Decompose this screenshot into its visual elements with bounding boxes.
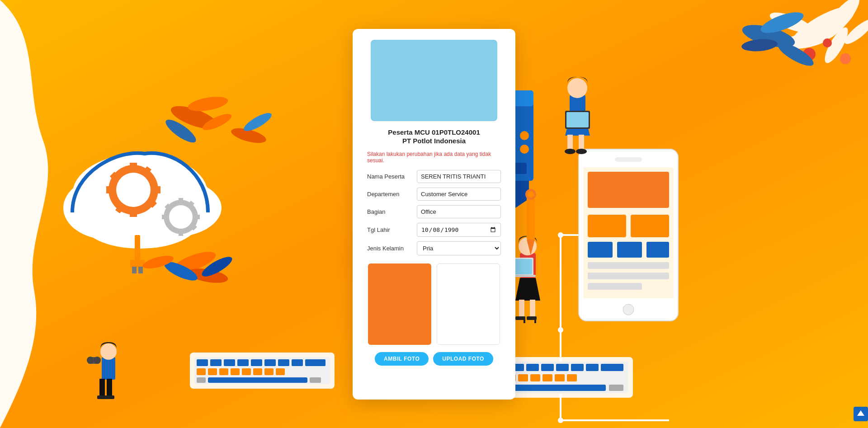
- ambil-foto-button[interactable]: AMBIL FOTO: [375, 352, 429, 366]
- bagian-label: Bagian: [367, 208, 417, 215]
- nama-peserta-input[interactable]: [417, 170, 501, 183]
- upload-foto-button[interactable]: UPLOAD FOTO: [433, 352, 493, 366]
- departemen-row: Departemen: [367, 188, 501, 201]
- photo-box-left: [368, 263, 431, 345]
- bagian-input[interactable]: [417, 205, 501, 218]
- tgl-lahir-row: Tgl Lahir: [367, 223, 501, 237]
- tgl-lahir-input[interactable]: [417, 223, 501, 237]
- photo-box-right: [437, 263, 500, 345]
- company-title: PT Potlot Indonesia: [367, 137, 501, 145]
- peserta-id-title: Peserta MCU 01P0TLO24001: [367, 128, 501, 136]
- departemen-input[interactable]: [417, 188, 501, 201]
- nama-peserta-label: Nama Peserta: [367, 173, 417, 180]
- jenis-kelamin-select[interactable]: Pria Wanita: [417, 241, 501, 255]
- bagian-row: Bagian: [367, 205, 501, 218]
- profile-photo-placeholder: [371, 40, 497, 121]
- tgl-lahir-label: Tgl Lahir: [367, 226, 417, 233]
- jenis-kelamin-row: Jenis Kelamin Pria Wanita: [367, 241, 501, 255]
- nama-peserta-row: Nama Peserta: [367, 170, 501, 183]
- jenis-kelamin-label: Jenis Kelamin: [367, 245, 417, 252]
- departemen-label: Departemen: [367, 191, 417, 198]
- registration-modal: Peserta MCU 01P0TLO24001 PT Potlot Indon…: [353, 29, 515, 400]
- action-buttons: AMBIL FOTO UPLOAD FOTO: [367, 352, 501, 366]
- photo-section: [367, 263, 501, 345]
- warning-message: Silakan lakukan perubahan jika ada data …: [367, 151, 501, 164]
